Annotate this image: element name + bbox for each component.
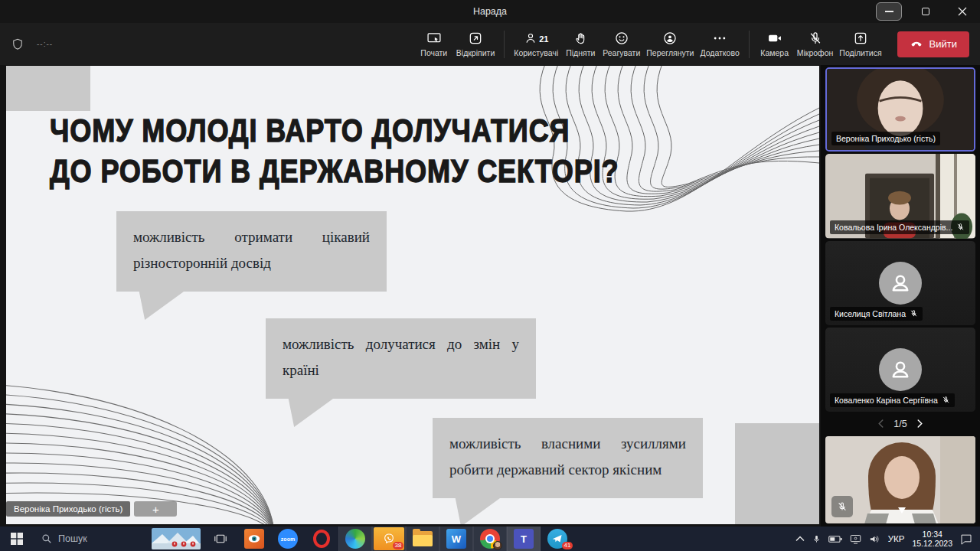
participant-tile-3[interactable]: Киселиця Світлана [825, 241, 975, 325]
taskbar-teams-app[interactable]: T [507, 527, 541, 551]
more-dots-icon [712, 31, 727, 46]
tray-display-icon[interactable] [850, 534, 861, 544]
clock-time: 10:34 [912, 530, 952, 539]
participant-tile-2[interactable]: Ковальова Ірина Олександрів... [825, 154, 975, 238]
view-icon [662, 31, 678, 46]
tray-volume-icon[interactable] [869, 534, 880, 544]
mic-muted-icon [956, 223, 965, 231]
mic-button[interactable]: Мікрофон [794, 31, 837, 57]
window-title: Нарада [473, 6, 507, 17]
pager-prev-button[interactable] [877, 419, 884, 428]
view-label: Переглянути [646, 48, 694, 57]
speech-bubble-2: можливість долучатися до змін у країні [266, 318, 536, 399]
self-mic-muted-button[interactable] [831, 496, 853, 517]
zoom-level-button[interactable]: + [134, 501, 177, 517]
windows-logo-icon [11, 533, 23, 545]
share-icon [853, 31, 868, 46]
speech-bubble-3: можливість власними зусиллями робити дер… [433, 418, 703, 498]
participant-name: Вероніка Приходько (гість) [836, 134, 936, 143]
start-button[interactable] [0, 527, 34, 551]
mic-label: Мікрофон [797, 48, 834, 57]
taskbar-word-app[interactable]: W [439, 527, 473, 551]
toolbar-divider [749, 31, 750, 58]
tray-battery-icon[interactable] [828, 535, 842, 543]
person-icon [887, 357, 913, 383]
task-view-button[interactable] [204, 527, 237, 551]
participant-name: Ковальова Ірина Олександрів... [835, 223, 952, 232]
tray-mic-icon[interactable] [812, 533, 821, 545]
bubble-text-2: можливість долучатися до змін у країні [283, 336, 519, 378]
participants-icon: 21 [524, 31, 548, 46]
leave-label: Вийти [929, 38, 957, 50]
participant-name-pill: Киселиця Світлана [830, 307, 923, 321]
window-controls [876, 2, 975, 21]
word-label: W [452, 533, 461, 545]
more-button[interactable]: Додатково [697, 31, 742, 57]
bubble-tail [136, 292, 184, 320]
taskbar-viber-app[interactable]: 38 [372, 527, 406, 551]
slide-corner-decoration [6, 66, 90, 111]
presentation-stage: ЧОМУ МОЛОДІ ВАРТО ДОЛУЧАТИСЯ ДО РОБОТИ В… [0, 65, 821, 527]
unpin-button[interactable]: Відкріпити [453, 31, 498, 57]
viber-badge: 38 [393, 542, 403, 549]
react-button[interactable]: Реагувати [599, 31, 643, 57]
teams-app-icon: T [514, 529, 534, 549]
tray-expand-icon[interactable] [795, 536, 805, 542]
close-icon [958, 7, 967, 16]
toolbar-buttons: Почати Відкріпити 21 Користувачі [415, 31, 969, 58]
taskbar-zoom-app[interactable]: zoom [271, 527, 305, 551]
taskbar-search[interactable]: Пошук [34, 527, 149, 551]
minimize-button[interactable] [876, 2, 902, 21]
windows-taskbar: Пошук zoom [0, 527, 980, 551]
slide-title: ЧОМУ МОЛОДІ ВАРТО ДОЛУЧАТИСЯ ДО РОБОТИ В… [50, 110, 619, 191]
shield-icon [11, 37, 24, 52]
smiley-icon [614, 31, 629, 46]
weather-widget-image [152, 528, 201, 549]
taskbar-photo-app[interactable] [237, 527, 271, 551]
toolbar-divider [504, 31, 505, 58]
person-icon [887, 270, 913, 296]
zoom-app-icon: zoom [278, 529, 298, 549]
taskbar-clock[interactable]: 10:34 15.12.2023 [912, 530, 952, 548]
keyboard-language[interactable]: УКР [888, 534, 905, 543]
share-button[interactable]: Поділитися [836, 31, 884, 57]
maximize-button[interactable] [913, 2, 939, 21]
raise-hand-button[interactable]: Підняти [561, 31, 599, 57]
view-button[interactable]: Переглянути [643, 31, 697, 57]
participant-name-pill: Коваленко Каріна Сергіївна [830, 393, 955, 407]
camera-button[interactable]: Камера [756, 31, 794, 57]
start-presenting-button[interactable]: Почати [415, 31, 453, 57]
photo-app-icon [244, 529, 264, 549]
bubble-text-1: можливість отримати цікавий різносторонн… [133, 229, 370, 271]
mic-muted-icon [910, 309, 918, 318]
leave-button[interactable]: Вийти [897, 31, 969, 57]
close-button[interactable] [949, 2, 975, 21]
taskbar-edge-app[interactable] [338, 527, 372, 551]
react-label: Реагувати [603, 48, 640, 57]
teams-meeting-window: Нарада --:-- [0, 0, 980, 551]
minimize-icon [885, 11, 893, 12]
unpin-label: Відкріпити [456, 48, 495, 57]
taskbar-explorer-app[interactable] [406, 527, 439, 551]
participant-name-pill: Вероніка Приходько (гість) [831, 132, 940, 145]
mic-muted-icon [942, 396, 950, 404]
participant-tile-4[interactable]: Коваленко Каріна Сергіївна [825, 328, 975, 412]
participant-name: Киселиця Світлана [835, 309, 906, 318]
bubble-tail [452, 498, 500, 524]
participants-button[interactable]: 21 Користувачі [511, 31, 561, 57]
share-screen-icon [426, 31, 443, 46]
participant-tile-1[interactable]: Вероніка Приходько (гість) [825, 67, 975, 152]
avatar [879, 348, 922, 391]
chrome-app-icon [480, 529, 500, 549]
pager-next-button[interactable] [916, 419, 923, 428]
weather-widget[interactable] [152, 528, 201, 549]
unpin-icon [468, 31, 483, 46]
action-center-icon[interactable] [960, 533, 972, 545]
self-view-tile[interactable] [825, 436, 975, 523]
taskbar-opera-app[interactable] [305, 527, 338, 551]
taskbar-chrome-app[interactable] [473, 527, 507, 551]
participants-panel: Вероніка Приходько (гість) Ковальова Іри… [821, 65, 980, 527]
clock-date: 15.12.2023 [912, 539, 952, 548]
participant-name-pill: Ковальова Ірина Олександрів... [830, 220, 969, 234]
taskbar-telegram-app[interactable]: 41 [541, 527, 574, 551]
